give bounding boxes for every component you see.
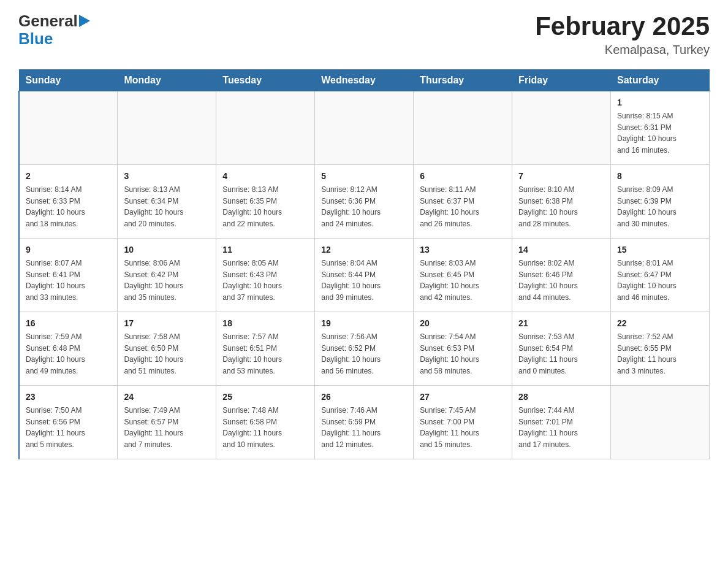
table-row: 1Sunrise: 8:15 AMSunset: 6:31 PMDaylight…	[611, 91, 710, 165]
day-info: Sunrise: 7:48 AMSunset: 6:58 PMDaylight:…	[222, 405, 308, 450]
table-row: 10Sunrise: 8:06 AMSunset: 6:42 PMDayligh…	[118, 239, 216, 312]
day-number: 25	[222, 391, 308, 404]
day-info: Sunrise: 8:11 AMSunset: 6:37 PMDaylight:…	[420, 184, 506, 229]
table-row: 14Sunrise: 8:02 AMSunset: 6:46 PMDayligh…	[512, 239, 611, 312]
calendar-header-row: Sunday Monday Tuesday Wednesday Thursday…	[19, 70, 710, 91]
col-saturday: Saturday	[611, 70, 710, 91]
table-row: 9Sunrise: 8:07 AMSunset: 6:41 PMDaylight…	[19, 239, 118, 312]
table-row: 15Sunrise: 8:01 AMSunset: 6:47 PMDayligh…	[611, 239, 710, 312]
table-row: 21Sunrise: 7:53 AMSunset: 6:54 PMDayligh…	[512, 312, 611, 386]
day-info: Sunrise: 8:15 AMSunset: 6:31 PMDaylight:…	[617, 110, 703, 156]
table-row: 5Sunrise: 8:12 AMSunset: 6:36 PMDaylight…	[315, 165, 414, 239]
day-info: Sunrise: 8:13 AMSunset: 6:35 PMDaylight:…	[222, 184, 308, 229]
day-number: 21	[518, 317, 604, 330]
table-row: 12Sunrise: 8:04 AMSunset: 6:44 PMDayligh…	[315, 239, 414, 312]
day-info: Sunrise: 7:50 AMSunset: 6:56 PMDaylight:…	[26, 405, 111, 450]
day-number: 12	[321, 243, 407, 256]
table-row: 24Sunrise: 7:49 AMSunset: 6:57 PMDayligh…	[118, 386, 216, 459]
day-info: Sunrise: 7:58 AMSunset: 6:50 PMDaylight:…	[124, 331, 210, 377]
table-row: 27Sunrise: 7:45 AMSunset: 7:00 PMDayligh…	[414, 386, 512, 459]
day-info: Sunrise: 7:56 AMSunset: 6:52 PMDaylight:…	[321, 331, 407, 377]
table-row: 11Sunrise: 8:05 AMSunset: 6:43 PMDayligh…	[216, 239, 315, 312]
table-row: 25Sunrise: 7:48 AMSunset: 6:58 PMDayligh…	[216, 386, 315, 459]
table-row: 18Sunrise: 7:57 AMSunset: 6:51 PMDayligh…	[216, 312, 315, 386]
col-friday: Friday	[512, 70, 611, 91]
day-info: Sunrise: 8:02 AMSunset: 6:46 PMDaylight:…	[518, 258, 604, 303]
day-info: Sunrise: 7:57 AMSunset: 6:51 PMDaylight:…	[222, 331, 308, 377]
day-number: 2	[26, 170, 111, 183]
day-info: Sunrise: 8:09 AMSunset: 6:39 PMDaylight:…	[617, 184, 703, 229]
table-row	[216, 91, 315, 165]
table-row	[19, 91, 118, 165]
calendar-week-row: 9Sunrise: 8:07 AMSunset: 6:41 PMDaylight…	[19, 239, 710, 312]
day-number: 3	[124, 170, 210, 183]
day-number: 18	[222, 317, 308, 330]
day-number: 13	[420, 243, 506, 256]
table-row: 19Sunrise: 7:56 AMSunset: 6:52 PMDayligh…	[315, 312, 414, 386]
day-info: Sunrise: 8:04 AMSunset: 6:44 PMDaylight:…	[321, 258, 407, 303]
col-monday: Monday	[118, 70, 216, 91]
day-number: 17	[124, 317, 210, 330]
day-number: 5	[321, 170, 407, 183]
day-number: 19	[321, 317, 407, 330]
day-number: 20	[420, 317, 506, 330]
table-row: 22Sunrise: 7:52 AMSunset: 6:55 PMDayligh…	[611, 312, 710, 386]
table-row: 8Sunrise: 8:09 AMSunset: 6:39 PMDaylight…	[611, 165, 710, 239]
day-number: 4	[222, 170, 308, 183]
table-row: 3Sunrise: 8:13 AMSunset: 6:34 PMDaylight…	[118, 165, 216, 239]
day-number: 6	[420, 170, 506, 183]
table-row: 6Sunrise: 8:11 AMSunset: 6:37 PMDaylight…	[414, 165, 512, 239]
day-info: Sunrise: 8:13 AMSunset: 6:34 PMDaylight:…	[124, 184, 210, 229]
day-number: 10	[124, 243, 210, 256]
col-tuesday: Tuesday	[216, 70, 315, 91]
col-thursday: Thursday	[414, 70, 512, 91]
calendar-week-row: 1Sunrise: 8:15 AMSunset: 6:31 PMDaylight…	[19, 91, 710, 165]
day-number: 8	[617, 170, 703, 183]
day-number: 26	[321, 391, 407, 404]
table-row	[512, 91, 611, 165]
day-number: 22	[617, 317, 703, 330]
table-row: 26Sunrise: 7:46 AMSunset: 6:59 PMDayligh…	[315, 386, 414, 459]
day-info: Sunrise: 8:06 AMSunset: 6:42 PMDaylight:…	[124, 258, 210, 303]
day-info: Sunrise: 8:01 AMSunset: 6:47 PMDaylight:…	[617, 258, 703, 303]
table-row: 28Sunrise: 7:44 AMSunset: 7:01 PMDayligh…	[512, 386, 611, 459]
day-info: Sunrise: 8:05 AMSunset: 6:43 PMDaylight:…	[222, 258, 308, 303]
logo-arrow-icon	[79, 15, 90, 27]
day-info: Sunrise: 8:03 AMSunset: 6:45 PMDaylight:…	[420, 258, 506, 303]
day-number: 11	[222, 243, 308, 256]
calendar-week-row: 23Sunrise: 7:50 AMSunset: 6:56 PMDayligh…	[19, 386, 710, 459]
table-row	[315, 91, 414, 165]
title-area: February 2025 Kemalpasa, Turkey	[535, 12, 710, 57]
calendar-table: Sunday Monday Tuesday Wednesday Thursday…	[18, 69, 710, 459]
day-info: Sunrise: 8:07 AMSunset: 6:41 PMDaylight:…	[26, 258, 111, 303]
col-wednesday: Wednesday	[315, 70, 414, 91]
day-number: 28	[518, 391, 604, 404]
day-info: Sunrise: 7:46 AMSunset: 6:59 PMDaylight:…	[321, 405, 407, 450]
table-row: 7Sunrise: 8:10 AMSunset: 6:38 PMDaylight…	[512, 165, 611, 239]
logo: General Blue	[18, 12, 90, 47]
table-row	[118, 91, 216, 165]
col-sunday: Sunday	[19, 70, 118, 91]
day-number: 15	[617, 243, 703, 256]
day-number: 1	[617, 96, 703, 109]
table-row: 4Sunrise: 8:13 AMSunset: 6:35 PMDaylight…	[216, 165, 315, 239]
calendar-week-row: 16Sunrise: 7:59 AMSunset: 6:48 PMDayligh…	[19, 312, 710, 386]
day-number: 9	[26, 243, 111, 256]
day-number: 24	[124, 391, 210, 404]
day-info: Sunrise: 7:54 AMSunset: 6:53 PMDaylight:…	[420, 331, 506, 377]
svg-marker-0	[79, 15, 90, 27]
table-row: 16Sunrise: 7:59 AMSunset: 6:48 PMDayligh…	[19, 312, 118, 386]
day-number: 7	[518, 170, 604, 183]
calendar-title: February 2025	[535, 12, 710, 40]
day-number: 14	[518, 243, 604, 256]
day-info: Sunrise: 8:10 AMSunset: 6:38 PMDaylight:…	[518, 184, 604, 229]
day-number: 16	[26, 317, 111, 330]
table-row	[611, 386, 710, 459]
logo-general: General	[18, 12, 78, 30]
day-info: Sunrise: 7:52 AMSunset: 6:55 PMDaylight:…	[617, 331, 703, 377]
calendar-week-row: 2Sunrise: 8:14 AMSunset: 6:33 PMDaylight…	[19, 165, 710, 239]
table-row	[414, 91, 512, 165]
day-info: Sunrise: 7:45 AMSunset: 7:00 PMDaylight:…	[420, 405, 506, 450]
table-row: 23Sunrise: 7:50 AMSunset: 6:56 PMDayligh…	[19, 386, 118, 459]
day-info: Sunrise: 7:49 AMSunset: 6:57 PMDaylight:…	[124, 405, 210, 450]
